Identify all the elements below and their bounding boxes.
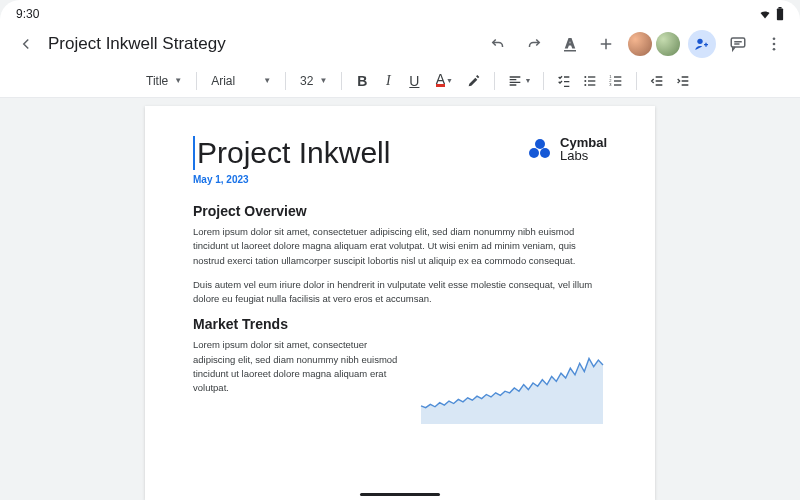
bulleted-list-button[interactable]: [578, 69, 602, 93]
underline-button[interactable]: U: [402, 69, 426, 93]
chevron-down-icon: ▼: [263, 76, 271, 85]
divider: [341, 72, 342, 90]
paragraph[interactable]: Lorem ipsum dolor sit amet, consectetuer…: [193, 338, 403, 395]
divider: [494, 72, 495, 90]
svg-point-22: [540, 148, 550, 158]
document-canvas[interactable]: Project Inkwell Cymbal Labs May 1, 2023 …: [0, 98, 800, 500]
font-size-select[interactable]: 32 ▼: [294, 71, 333, 91]
svg-rect-1: [778, 7, 781, 9]
paragraph-style-label: Title: [146, 74, 168, 88]
align-button[interactable]: ▼: [503, 69, 535, 93]
wifi-icon: [758, 8, 772, 20]
paragraph-style-select[interactable]: Title ▼: [140, 71, 188, 91]
presence-avatars[interactable]: [628, 32, 680, 56]
svg-point-3: [697, 39, 702, 44]
chevron-down-icon: ▼: [319, 76, 327, 85]
status-bar: 9:30: [0, 0, 800, 24]
battery-icon: [776, 7, 784, 21]
clock: 9:30: [16, 7, 39, 21]
svg-point-20: [535, 139, 545, 149]
svg-rect-17: [614, 76, 621, 77]
svg-rect-18: [614, 80, 621, 81]
svg-rect-13: [588, 84, 595, 85]
brand-logo: Cymbal Labs: [528, 136, 607, 162]
chevron-down-icon: ▼: [524, 77, 531, 84]
font-family-label: Arial: [211, 74, 257, 88]
svg-point-10: [585, 84, 587, 86]
highlight-button[interactable]: [462, 69, 486, 93]
font-family-select[interactable]: Arial ▼: [205, 71, 277, 91]
paragraph[interactable]: Lorem ipsum dolor sit amet, consectetuer…: [193, 225, 607, 268]
indent-button[interactable]: [671, 69, 695, 93]
svg-text:3: 3: [610, 82, 613, 87]
numbered-list-button[interactable]: 123: [604, 69, 628, 93]
svg-point-21: [529, 148, 539, 158]
avatar[interactable]: [656, 32, 680, 56]
italic-button[interactable]: I: [376, 69, 400, 93]
insert-button[interactable]: [592, 30, 620, 58]
divider: [543, 72, 544, 90]
paragraph[interactable]: Duis autem vel eum iriure dolor in hendr…: [193, 278, 607, 307]
cymbal-logo-icon: [528, 139, 554, 159]
divider: [285, 72, 286, 90]
app-bar: Project Inkwell Strategy: [0, 24, 800, 64]
avatar[interactable]: [628, 32, 652, 56]
chevron-down-icon: ▼: [446, 77, 453, 84]
more-button[interactable]: [760, 30, 788, 58]
document-title[interactable]: Project Inkwell Strategy: [48, 34, 476, 54]
svg-rect-2: [564, 50, 576, 52]
bold-button[interactable]: B: [350, 69, 374, 93]
heading-title[interactable]: Project Inkwell: [193, 136, 390, 170]
svg-rect-11: [588, 76, 595, 77]
undo-button[interactable]: [484, 30, 512, 58]
format-toolbar: Title ▼ Arial ▼ 32 ▼ B I U A ▼ ▼ 123: [0, 64, 800, 98]
svg-rect-0: [777, 9, 783, 21]
divider: [196, 72, 197, 90]
svg-point-6: [773, 43, 776, 46]
svg-point-8: [585, 76, 587, 78]
doc-date[interactable]: May 1, 2023: [193, 174, 607, 185]
divider: [636, 72, 637, 90]
chevron-down-icon: ▼: [174, 76, 182, 85]
svg-point-9: [585, 80, 587, 82]
text-format-button[interactable]: [556, 30, 584, 58]
font-size-label: 32: [300, 74, 313, 88]
svg-point-7: [773, 48, 776, 51]
page[interactable]: Project Inkwell Cymbal Labs May 1, 2023 …: [145, 106, 655, 500]
redo-button[interactable]: [520, 30, 548, 58]
navigation-pill[interactable]: [360, 493, 440, 496]
svg-point-5: [773, 37, 776, 40]
market-trend-chart[interactable]: [417, 338, 607, 428]
brand-line2: Labs: [560, 149, 607, 162]
comment-button[interactable]: [724, 30, 752, 58]
section-heading-trends[interactable]: Market Trends: [193, 316, 607, 332]
text-color-button[interactable]: A ▼: [428, 69, 460, 93]
svg-rect-19: [614, 84, 621, 85]
outdent-button[interactable]: [645, 69, 669, 93]
svg-rect-12: [588, 80, 595, 81]
back-button[interactable]: [12, 30, 40, 58]
share-button[interactable]: [688, 30, 716, 58]
checklist-button[interactable]: [552, 69, 576, 93]
section-heading-overview[interactable]: Project Overview: [193, 203, 607, 219]
